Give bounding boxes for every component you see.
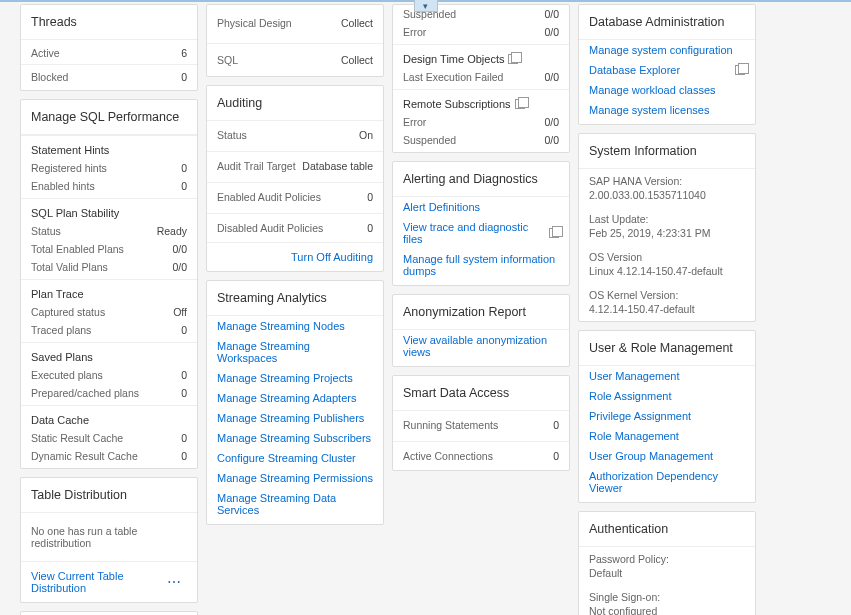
value: 0 [553, 450, 559, 462]
dyn-cache-row: Dynamic Result Cache0 [21, 447, 197, 468]
saved-plans-title: Saved Plans [21, 342, 197, 366]
plan-status-row: StatusReady [21, 222, 197, 240]
label: Active Connections [403, 450, 493, 462]
value: 0/0 [172, 243, 187, 255]
smart-data-access-card: Smart Data Access Running Statements0 Ac… [392, 375, 570, 471]
value: 0 [181, 71, 187, 83]
active-connections-row: Active Connections0 [393, 441, 569, 470]
label: Error [403, 116, 426, 128]
value: 0 [181, 387, 187, 399]
label: Enabled Audit Policies [217, 191, 321, 203]
turn-off-auditing-link[interactable]: Turn Off Auditing [291, 251, 373, 263]
more-icon[interactable]: ⋯ [161, 574, 187, 590]
user-role-card: User & Role Management User Management R… [578, 330, 756, 503]
rs-error-row: Error0/0 [393, 113, 569, 131]
privilege-assignment-link[interactable]: Privilege Assignment [579, 406, 755, 426]
label: Status [217, 129, 247, 141]
auth-title: Authentication [579, 512, 755, 547]
sso-value: Not configured [579, 603, 755, 615]
streaming-card: Streaming Analytics Manage Streaming Nod… [206, 280, 384, 525]
disabled-policies-row: Disabled Audit Policies0 [207, 213, 383, 242]
streaming-dataservices-link[interactable]: Manage Streaming Data Services [207, 488, 383, 524]
alert-definitions-link[interactable]: Alert Definitions [393, 197, 569, 217]
value: 0 [553, 419, 559, 431]
last-update-value: Feb 25, 2019, 4:23:31 PM [579, 225, 755, 245]
system-licenses-link[interactable]: Manage system licenses [579, 100, 755, 124]
physical-sql-card: Physical Design Collect SQL Collect [206, 4, 384, 77]
value: Off [173, 306, 187, 318]
streaming-subscribers-link[interactable]: Manage Streaming Subscribers [207, 428, 383, 448]
user-group-link[interactable]: User Group Management [579, 446, 755, 466]
value: 0 [181, 369, 187, 381]
user-management-link[interactable]: User Management [579, 366, 755, 386]
error-row: Error0/0 [393, 23, 569, 44]
other-admin-card: Other Administration Manage Hadoop clust… [20, 611, 198, 615]
streaming-nodes-link[interactable]: Manage Streaming Nodes [207, 316, 383, 336]
kernel-version-label: OS Kernel Version: [579, 283, 755, 301]
label: Error [403, 26, 426, 38]
column-4: Database Administration Manage system co… [578, 4, 756, 615]
open-external-icon[interactable] [549, 228, 559, 238]
db-admin-card: Database Administration Manage system co… [578, 4, 756, 125]
label: Blocked [31, 71, 68, 83]
hana-version-value: 2.00.033.00.1535711040 [579, 187, 755, 207]
dashboard: Threads Active 6 Blocked 0 Manage SQL Pe… [0, 0, 851, 615]
value: 0/0 [544, 26, 559, 38]
label: Physical Design [217, 17, 292, 29]
chevron-down-icon: ▾ [423, 1, 428, 11]
value: 0/0 [544, 116, 559, 128]
trace-files-link[interactable]: View trace and diagnostic files [393, 217, 545, 249]
streaming-permissions-link[interactable]: Manage Streaming Permissions [207, 468, 383, 488]
os-version-label: OS Version [579, 245, 755, 263]
view-table-distribution-link[interactable]: View Current Table Distribution [31, 570, 161, 594]
system-config-link[interactable]: Manage system configuration [579, 40, 755, 60]
info-dumps-link[interactable]: Manage full system information dumps [393, 249, 569, 285]
enab-plans-row: Total Enabled Plans0/0 [21, 240, 197, 258]
value: 0 [367, 191, 373, 203]
label: Executed plans [31, 369, 103, 381]
streaming-publishers-link[interactable]: Manage Streaming Publishers [207, 408, 383, 428]
value: 0 [181, 324, 187, 336]
value: 6 [181, 47, 187, 59]
tabledist-footer: View Current Table Distribution ⋯ [21, 561, 197, 602]
audit-footer: Turn Off Auditing [207, 242, 383, 271]
role-assignment-link[interactable]: Role Assignment [579, 386, 755, 406]
workload-classes-link[interactable]: Manage workload classes [579, 80, 755, 100]
sysinfo-title: System Information [579, 134, 755, 169]
streaming-cluster-link[interactable]: Configure Streaming Cluster [207, 448, 383, 468]
auditing-card: Auditing StatusOn Audit Trail TargetData… [206, 85, 384, 272]
kernel-version-value: 4.12.14-150.47-default [579, 301, 755, 321]
streaming-adapters-link[interactable]: Manage Streaming Adapters [207, 388, 383, 408]
value: 0/0 [172, 261, 187, 273]
value: Collect [341, 17, 373, 29]
streaming-title: Streaming Analytics [207, 281, 383, 316]
db-explorer-link[interactable]: Database Explorer [579, 60, 731, 80]
label: Dynamic Result Cache [31, 450, 138, 462]
alerting-title: Alerting and Diagnostics [393, 162, 569, 197]
open-external-icon[interactable] [735, 65, 745, 75]
auth-dependency-link[interactable]: Authorization Dependency Viewer [579, 466, 755, 502]
message: No one has run a table redistribution [31, 525, 187, 549]
value: 0/0 [544, 8, 559, 20]
db-explorer-row: Database Explorer [579, 60, 755, 80]
label: Status [31, 225, 61, 237]
traced-row: Traced plans0 [21, 321, 197, 342]
audit-trail-row: Audit Trail TargetDatabase table [207, 151, 383, 180]
streaming-projects-link[interactable]: Manage Streaming Projects [207, 368, 383, 388]
value: Database table [302, 160, 373, 172]
role-management-link[interactable]: Role Management [579, 426, 755, 446]
physical-design-row: Physical Design Collect [207, 5, 383, 41]
anon-views-link[interactable]: View available anonymization views [393, 330, 569, 366]
streaming-workspaces-link[interactable]: Manage Streaming Workspaces [207, 336, 383, 368]
value: 0/0 [544, 134, 559, 146]
value: 0 [181, 162, 187, 174]
open-external-icon[interactable] [508, 54, 518, 64]
column-1: Threads Active 6 Blocked 0 Manage SQL Pe… [20, 4, 198, 615]
label: Enabled hints [31, 180, 95, 192]
statement-hints-title: Statement Hints [21, 135, 197, 159]
value: On [359, 129, 373, 141]
pw-policy-label: Password Policy: [579, 547, 755, 565]
tabledist-msg: No one has run a table redistribution [21, 513, 197, 561]
open-external-icon[interactable] [515, 99, 525, 109]
expand-chevron[interactable]: ▾ [414, 0, 438, 12]
